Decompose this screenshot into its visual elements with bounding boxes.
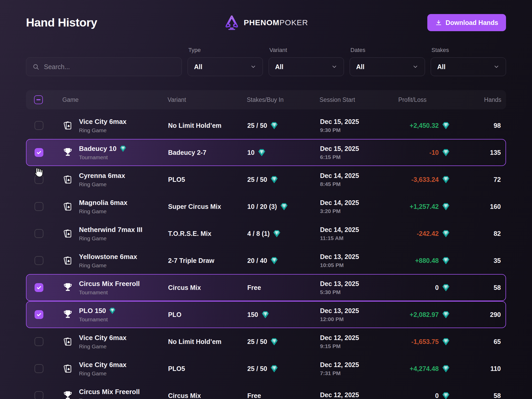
table-row[interactable]: ♠ Magnolia 6max Ring Game Super Circus M…: [26, 193, 506, 220]
variant: Circus Mix: [168, 284, 247, 291]
cards-icon: ♠: [63, 363, 73, 374]
variant: T.O.R.S.E. Mix: [168, 230, 247, 237]
row-checkbox[interactable]: [35, 283, 43, 292]
column-header-session: Session Start: [320, 96, 377, 103]
hands-count: 160: [450, 203, 506, 210]
profit-loss: +4,274.48: [377, 365, 450, 373]
filter-label: Variant: [269, 47, 344, 54]
variant-dropdown[interactable]: All: [269, 57, 344, 76]
cards-icon: ♠: [62, 363, 73, 374]
tether-gem-icon: [442, 230, 450, 238]
game-name: Vice City 6max: [79, 334, 127, 342]
table-row[interactable]: ♠ Vice City 6max Ring Game PLO5 25 / 50 …: [26, 355, 506, 382]
row-checkbox[interactable]: [35, 175, 43, 184]
trophy-icon: [62, 309, 73, 320]
game-type: Ring Game: [79, 262, 137, 269]
filter-label: Stakes: [431, 47, 506, 54]
profit-loss: +880.48: [377, 257, 450, 265]
trophy-icon: [63, 147, 73, 158]
search-box[interactable]: [26, 57, 182, 76]
select-all-checkbox[interactable]: [34, 95, 43, 104]
stakes-buyin: 10 / 20 (3): [247, 203, 320, 211]
row-checkbox[interactable]: [35, 391, 43, 399]
tether-gem-icon: [442, 284, 450, 292]
game-type: Tournament: [79, 397, 140, 399]
variant: No Limit Hold’em: [168, 122, 247, 129]
variant: PLO5: [168, 176, 247, 183]
tether-gem-icon: [119, 145, 127, 152]
tether-gem-icon: [270, 257, 278, 265]
session-time: 7:31 PM: [320, 370, 377, 376]
session-time: 5:30 PM: [320, 289, 377, 295]
session-time: 8:45 PM: [320, 181, 377, 187]
profit-loss: -242.42: [377, 230, 450, 238]
table-row[interactable]: ♠ Vice City 6max Ring Game No Limit Hold…: [26, 328, 506, 355]
stakes-buyin: Free: [247, 284, 320, 291]
table-row[interactable]: ♠ Cyrenna 6max Ring Game PLO5 25 / 50 De…: [26, 166, 506, 193]
cards-icon: ♠: [63, 228, 73, 239]
tether-gem-icon: [270, 122, 278, 130]
cards-icon: ♠: [63, 336, 73, 347]
hands-count: 110: [450, 365, 506, 373]
filter-bar: Type All Variant All Dates All Stakes Al…: [26, 47, 506, 76]
game-name: Yellowstone 6max: [79, 253, 137, 261]
tether-gem-icon: [270, 338, 278, 346]
search-input[interactable]: [44, 63, 175, 71]
page-title: Hand History: [26, 16, 97, 29]
game-name: Circus Mix Freeroll: [79, 388, 140, 396]
table-row[interactable]: ♠ Vice City 6max Ring Game No Limit Hold…: [26, 112, 506, 139]
table-row[interactable]: Circus Mix Freeroll Tournament Circus Mi…: [26, 382, 506, 399]
profit-loss: +2,082.97: [377, 311, 450, 319]
table-row[interactable]: ♠ Netherwind 7max III Ring Game T.O.R.S.…: [26, 220, 506, 247]
profit-loss: -10: [377, 149, 450, 157]
trophy-icon: [63, 282, 73, 293]
stakes-buyin: 25 / 50: [247, 365, 320, 373]
checkbox-check-icon: [36, 312, 42, 317]
filter-dates: Dates All: [350, 47, 425, 76]
table-row[interactable]: Badeucy 10 Tournament Badeucy 2-7 10 Dec…: [26, 139, 506, 166]
row-checkbox[interactable]: [35, 121, 43, 130]
game-name: Netherwind 7max III: [79, 226, 142, 234]
checkbox-check-icon: [36, 150, 42, 155]
dates-dropdown[interactable]: All: [350, 57, 425, 76]
table-row[interactable]: Circus Mix Freeroll Tournament Circus Mi…: [26, 274, 506, 301]
brand-name: PHENOMPOKER: [244, 18, 308, 27]
session-date: Dec 12, 2025: [320, 334, 377, 342]
tether-gem-icon: [442, 365, 450, 373]
row-checkbox[interactable]: [35, 256, 43, 265]
game-type: Ring Game: [79, 343, 127, 350]
table-row[interactable]: PLO 150 Tournament PLO 150 Dec 13, 2025 …: [26, 301, 506, 328]
tether-gem-icon: [261, 311, 269, 319]
stakes-dropdown[interactable]: All: [431, 57, 506, 76]
search-icon: [32, 63, 39, 70]
cards-icon: ♠: [62, 255, 73, 266]
hands-count: 58: [450, 284, 506, 291]
game-name: Circus Mix Freeroll: [79, 280, 140, 288]
tether-gem-icon: [270, 176, 278, 184]
row-checkbox[interactable]: [35, 337, 43, 346]
row-checkbox[interactable]: [35, 310, 43, 319]
row-checkbox[interactable]: [35, 202, 43, 211]
cards-icon: ♠: [63, 201, 73, 212]
session-date: Dec 14, 2025: [320, 226, 377, 234]
session-date: Dec 13, 2025: [320, 280, 377, 288]
game-type: Tournament: [79, 289, 140, 296]
download-hands-button[interactable]: Download Hands: [427, 14, 506, 31]
hands-count: 65: [450, 338, 506, 345]
row-checkbox[interactable]: [35, 148, 43, 157]
column-header-game: Game: [55, 96, 168, 103]
type-dropdown[interactable]: All: [188, 57, 263, 76]
filter-type: Type All: [188, 47, 263, 76]
cards-icon: ♠: [63, 174, 73, 185]
cards-icon: ♠: [63, 255, 73, 266]
session-date: Dec 15, 2025: [320, 145, 377, 152]
game-name: PLO 150: [79, 307, 116, 315]
row-checkbox[interactable]: [35, 364, 43, 373]
tether-gem-icon: [442, 176, 450, 184]
column-header-hands: Hands: [449, 96, 506, 103]
session-date: Dec 14, 2025: [320, 199, 377, 207]
session-time: 9:15 PM: [320, 343, 377, 349]
brand-logo: PHENOMPOKER: [224, 14, 308, 31]
row-checkbox[interactable]: [35, 229, 43, 238]
table-row[interactable]: ♠ Yellowstone 6max Ring Game 2-7 Triple …: [26, 247, 506, 274]
